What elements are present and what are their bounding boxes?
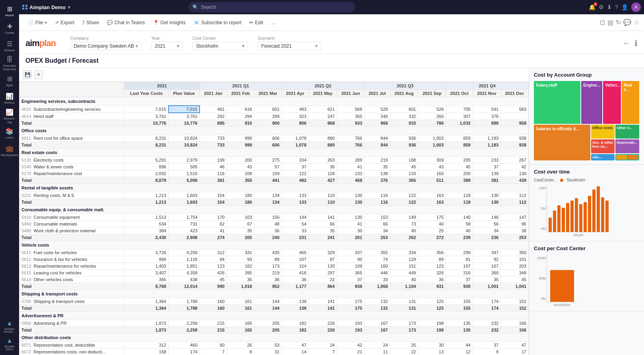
data-cell[interactable]: 36 [227, 276, 254, 283]
data-cell[interactable]: 199 [200, 157, 227, 164]
data-cell[interactable]: 173 [390, 320, 418, 327]
data-cell[interactable]: 131 [390, 298, 418, 305]
data-cell[interactable]: 41 [337, 221, 365, 228]
sidebar-item-monitoring[interactable]: 📈 Monitor-ing [2, 108, 17, 124]
data-cell[interactable]: 219 [365, 157, 390, 164]
data-cell[interactable]: 141 [308, 214, 337, 221]
data-cell[interactable]: 174 [473, 298, 500, 305]
data-cell[interactable]: 2,692 [124, 170, 169, 177]
data-cell[interactable]: 193 [337, 320, 365, 327]
data-cell[interactable]: 263 [308, 157, 337, 164]
data-cell[interactable]: 138 [282, 298, 309, 305]
data-cell[interactable]: 334 [282, 157, 309, 164]
data-cell[interactable]: 316 [446, 270, 473, 276]
data-cell[interactable]: 122 [282, 170, 309, 177]
data-cell[interactable]: 89 [418, 256, 446, 263]
share-button[interactable]: ⤴ Share [78, 18, 103, 27]
data-cell[interactable]: 3,761 [124, 113, 169, 120]
data-cell[interactable]: 36 [308, 164, 337, 170]
data-cell[interactable]: 1,754 [169, 214, 200, 221]
data-cell[interactable]: 5,291 [124, 157, 169, 164]
data-cell[interactable]: 38 [501, 228, 529, 234]
data-cell[interactable]: 152 [501, 298, 529, 305]
data-cell[interactable]: 36 [282, 276, 309, 283]
data-cell[interactable]: 267 [501, 157, 529, 164]
data-cell[interactable]: 163 [418, 192, 446, 199]
app-chevron-icon[interactable]: ▾ [68, 5, 70, 10]
cost-center-select[interactable]: Stockholm ▾ [192, 42, 248, 50]
view-toggle-icon[interactable]: ⊡ [600, 19, 605, 26]
data-cell[interactable]: 60 [200, 342, 227, 349]
data-cell[interactable]: 350 [501, 249, 529, 256]
data-cell[interactable]: 92 [473, 256, 500, 263]
layout-icon[interactable]: ▤ [607, 19, 613, 26]
data-cell[interactable]: 128 [308, 170, 337, 177]
data-cell[interactable]: 2,258 [169, 320, 200, 327]
data-cell[interactable]: 226 [308, 320, 337, 327]
data-cell[interactable]: 188 [390, 157, 418, 164]
data-cell[interactable]: 147 [501, 214, 529, 221]
data-cell[interactable]: 130 [337, 214, 365, 221]
data-cell[interactable]: 21 [337, 349, 365, 355]
data-cell[interactable]: 149 [390, 214, 418, 221]
data-cell[interactable]: 35 [308, 228, 337, 234]
data-cell[interactable]: 260 [418, 113, 446, 120]
data-cell[interactable]: 130 [473, 192, 500, 199]
year-select[interactable]: 2021 ▾ [151, 42, 183, 50]
data-cell[interactable]: 138 [365, 170, 390, 177]
data-cell[interactable]: 438 [169, 276, 200, 283]
data-cell[interactable]: 101 [501, 256, 529, 263]
sidebar-item-aimplan2[interactable]: ▲ AimplanDemo [2, 336, 17, 352]
data-cell[interactable]: 1,213 [124, 192, 169, 199]
data-cell[interactable]: 166 [501, 320, 529, 327]
data-cell[interactable]: 1,116 [169, 256, 200, 263]
data-cell[interactable]: 42 [337, 342, 365, 349]
data-cell[interactable]: 96 [501, 221, 529, 228]
data-cell[interactable]: 135 [446, 320, 473, 327]
data-cell[interactable]: 1,516 [169, 170, 200, 177]
data-cell[interactable]: 1,183 [473, 135, 500, 142]
data-cell[interactable]: 938 [501, 135, 529, 142]
settings-icon[interactable]: ⚙ [599, 4, 604, 10]
info-icon[interactable]: ℹ [634, 39, 638, 48]
data-cell[interactable]: 73 [390, 221, 418, 228]
data-cell[interactable]: 9 [473, 349, 500, 355]
data-cell[interactable]: 299 [446, 249, 473, 256]
data-cell[interactable]: 332 [390, 113, 418, 120]
data-cell[interactable]: 165 [227, 320, 254, 327]
data-cell[interactable]: 122 [390, 192, 418, 199]
data-cell[interactable]: 33 [282, 228, 309, 234]
data-cell[interactable]: 4,358 [169, 270, 200, 276]
data-cell[interactable]: 41 [200, 228, 227, 234]
data-cell[interactable]: 37 [446, 276, 473, 283]
data-cell[interactable]: 309 [418, 157, 446, 164]
data-cell[interactable]: 109 [254, 170, 281, 177]
star-icon[interactable]: ☆ [634, 19, 639, 26]
data-cell[interactable]: 84 [200, 256, 227, 263]
data-cell[interactable]: 40 [446, 228, 473, 234]
data-cell[interactable]: 1,788 [169, 298, 200, 305]
data-cell[interactable]: 30 [337, 228, 365, 234]
data-cell[interactable]: 153 [365, 214, 390, 221]
data-cell[interactable]: 232 [473, 320, 500, 327]
data-cell[interactable]: 275 [254, 157, 281, 164]
data-cell[interactable]: 8,231 [124, 135, 169, 142]
comment-icon[interactable]: 💬 [623, 19, 631, 26]
data-cell[interactable]: 329 [308, 249, 337, 256]
data-cell[interactable]: 365 [337, 270, 365, 276]
data-cell[interactable]: 108 [227, 170, 254, 177]
data-cell[interactable]: 116 [200, 170, 227, 177]
data-cell[interactable]: 365 [124, 276, 169, 283]
data-cell[interactable]: 591 [473, 106, 500, 113]
data-cell[interactable]: 197 [446, 263, 473, 270]
data-cell[interactable]: 289 [337, 157, 365, 164]
data-cell[interactable]: 66 [365, 221, 390, 228]
data-cell[interactable]: 7 [200, 349, 227, 355]
data-cell[interactable]: 156 [254, 214, 281, 221]
data-cell[interactable]: 36 [418, 276, 446, 283]
sidebar-item-aimplan1[interactable]: ▲ AimplanDemon... [2, 318, 17, 334]
data-cell[interactable]: 337 [337, 249, 365, 256]
data-cell[interactable]: 175 [418, 214, 446, 221]
data-cell[interactable]: 130 [308, 263, 337, 270]
data-cell[interactable]: 250 [446, 170, 473, 177]
